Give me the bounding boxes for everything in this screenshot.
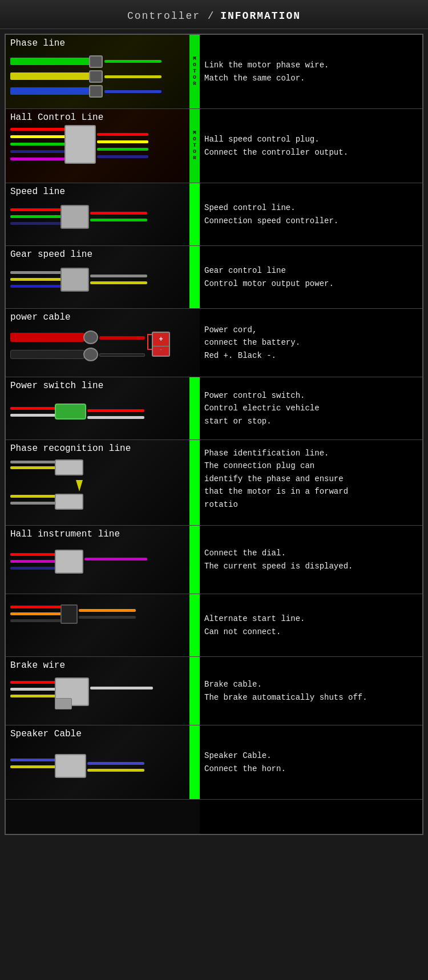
green-bar-alternate	[189, 594, 200, 656]
left-alternate-start	[6, 594, 200, 656]
row-label-gear: Gear speed line	[6, 246, 200, 262]
right-hall-control: Hall speed control plug. Connect the con…	[200, 109, 422, 183]
desc-gear: Gear control line Control motor output p…	[204, 264, 334, 290]
row-footer	[6, 800, 422, 834]
right-power-cable: Power cord, connect the battery. Red +. …	[200, 309, 422, 377]
row-hall-instrument: Hall instrument line Connect the dial. T…	[6, 526, 422, 594]
visual-alternate-start	[10, 594, 188, 646]
visual-power-cable: + -	[10, 325, 188, 370]
visual-power-switch	[10, 393, 188, 433]
row-speaker-cable: Speaker Cable Speaker Cable. Connect the…	[6, 725, 422, 800]
desc-hall: Hall speed control plug. Connect the con…	[204, 133, 348, 159]
right-speaker-cable: Speaker Cable. Connect the horn.	[200, 725, 422, 799]
right-gear-speed: Gear control line Control motor output p…	[200, 246, 422, 308]
desc-brake: Brake cable. The brake automatically shu…	[204, 678, 368, 704]
row-label-hall-instrument: Hall instrument line	[6, 526, 200, 542]
visual-phase	[10, 51, 188, 102]
row-hall-control: Hall Control Line MOTOR Hall speed contr	[6, 109, 422, 183]
row-phase-line: Phase line MOTOR Link the mot	[6, 35, 422, 109]
row-label-speaker: Speaker Cable	[6, 725, 200, 741]
main-table: Phase line MOTOR Link the mot	[5, 34, 423, 835]
left-phase-recognition: Phase recognition line	[6, 440, 200, 525]
left-power-switch: Power switch line	[6, 377, 200, 439]
right-phase-line: Link the motor phase wire. Match the sam…	[200, 35, 422, 108]
left-footer	[6, 800, 200, 834]
row-power-cable: power cable + -	[6, 309, 422, 377]
visual-speaker	[10, 741, 188, 793]
right-power-switch: Power control switch. Control electric v…	[200, 377, 422, 439]
visual-gear	[10, 262, 188, 302]
left-power-cable: power cable + -	[6, 309, 200, 377]
desc-alternate-start: Alternate start line. Can not connect.	[204, 612, 305, 638]
right-hall-instrument: Connect the dial. The current speed is d…	[200, 526, 422, 594]
left-hall-instrument: Hall instrument line	[6, 526, 200, 594]
right-speed-line: Speed control line. Connection speed con…	[200, 183, 422, 245]
row-gear-speed: Gear speed line Gear control line Contro…	[6, 246, 422, 309]
desc-hall-instrument: Connect the dial. The current speed is d…	[204, 547, 353, 572]
left-speed-line: Speed line	[6, 183, 200, 245]
left-gear-speed: Gear speed line	[6, 246, 200, 308]
row-label-phase: Phase line	[6, 35, 200, 51]
row-brake-wire: Brake wire Brake cable. The brake automa…	[6, 657, 422, 725]
right-footer	[200, 800, 422, 834]
right-alternate-start: Alternate start line. Can not connect.	[200, 594, 422, 656]
row-alternate-start: Alternate start line. Can not connect.	[6, 594, 422, 657]
left-brake-wire: Brake wire	[6, 657, 200, 725]
page-header: Controller / INFORMATION	[0, 0, 428, 29]
desc-speaker: Speaker Cable. Connect the horn.	[204, 749, 286, 775]
row-power-switch: Power switch line Power control switch. …	[6, 377, 422, 440]
battery-icon: + -	[152, 332, 170, 357]
row-label-power-switch: Power switch line	[6, 377, 200, 393]
desc-phase: Link the motor phase wire. Match the sam…	[204, 59, 329, 84]
visual-phase-rec	[10, 456, 188, 519]
right-brake-wire: Brake cable. The brake automatically shu…	[200, 657, 422, 725]
header-title: INFORMATION	[220, 10, 301, 22]
left-speaker-cable: Speaker Cable	[6, 725, 200, 799]
desc-power-cable: Power cord, connect the battery. Red +. …	[204, 324, 300, 362]
visual-speed	[10, 199, 188, 239]
right-phase-recognition: Phase identification line. The connectio…	[200, 440, 422, 525]
row-label-brake: Brake wire	[6, 657, 200, 673]
row-label-hall: Hall Control Line	[6, 109, 200, 125]
row-label-speed: Speed line	[6, 183, 200, 199]
left-hall-control: Hall Control Line MOTOR	[6, 109, 200, 183]
row-speed-line: Speed line Speed control line. Connectio…	[6, 183, 422, 246]
visual-hall	[10, 125, 188, 176]
row-phase-recognition: Phase recognition line Phase identificat…	[6, 440, 422, 526]
row-label-power-cable: power cable	[6, 309, 200, 325]
visual-hall-instrument	[10, 542, 188, 587]
visual-brake	[10, 673, 188, 719]
desc-speed: Speed control line. Connection speed con…	[204, 201, 338, 227]
left-phase-line: Phase line MOTOR	[6, 35, 200, 108]
desc-power-switch: Power control switch. Control electric v…	[204, 389, 320, 428]
desc-phase-rec: Phase identification line. The connectio…	[204, 447, 348, 511]
header-prefix: Controller /	[127, 10, 215, 22]
row-label-phase-recognition: Phase recognition line	[6, 440, 200, 456]
